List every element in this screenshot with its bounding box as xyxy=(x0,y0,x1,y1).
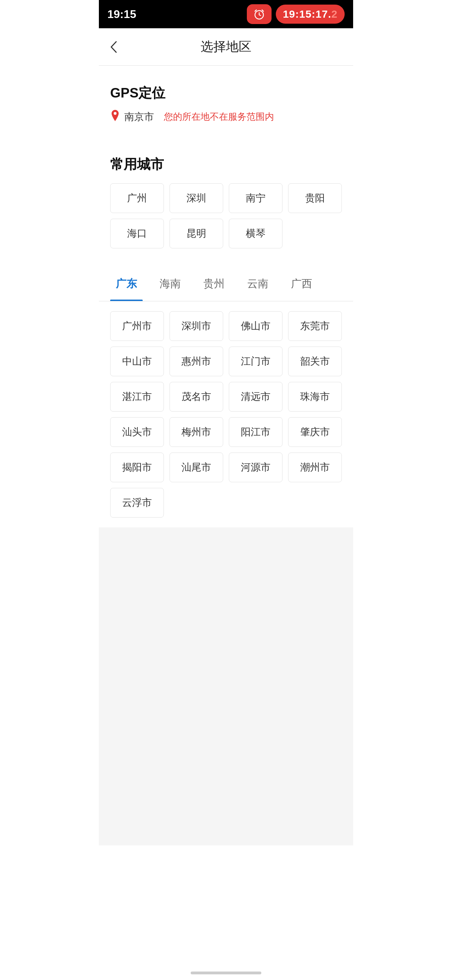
gps-city: 南京市 xyxy=(124,110,154,124)
back-button[interactable] xyxy=(110,41,117,53)
tab-guangdong[interactable]: 广东 xyxy=(105,267,148,301)
common-city-hengqin[interactable]: 横琴 xyxy=(229,219,282,248)
location-pin-icon xyxy=(110,109,120,124)
city-huizhoushi[interactable]: 惠州市 xyxy=(170,347,223,376)
cities-grid: 广州市 深圳市 佛山市 东莞市 中山市 惠州市 江门市 韶关市 湛江市 茂名市 … xyxy=(110,311,342,517)
city-zhaoqingshi[interactable]: 肇庆市 xyxy=(288,417,342,447)
city-dongguanshi[interactable]: 东莞市 xyxy=(288,311,342,341)
gps-location-row: 南京市 您的所在地不在服务范围内 xyxy=(110,109,342,124)
common-cities-section: 常用城市 广州 深圳 南宁 贵阳 海口 昆明 横琴 xyxy=(99,143,353,261)
common-city-nanning[interactable]: 南宁 xyxy=(229,183,282,213)
common-cities-title: 常用城市 xyxy=(110,156,342,173)
city-shaoguanshi[interactable]: 韶关市 xyxy=(288,347,342,376)
city-yunfushi[interactable]: 云浮市 xyxy=(110,488,164,517)
tab-guangxi[interactable]: 广西 xyxy=(280,267,324,301)
home-indicator xyxy=(191,972,261,974)
guangdong-cities-list: 广州市 深圳市 佛山市 东莞市 中山市 惠州市 江门市 韶关市 湛江市 茂名市 … xyxy=(99,301,353,527)
tabs-cities-section: 广东 海南 贵州 云南 广西 广州市 深圳市 佛山市 东莞市 中山市 惠州市 江… xyxy=(99,267,353,527)
page-title: 选择地区 xyxy=(201,38,251,56)
city-jieyangshi[interactable]: 揭阳市 xyxy=(110,453,164,482)
nav-bar: 选择地区 xyxy=(99,28,353,66)
city-jiangmenshi[interactable]: 江门市 xyxy=(229,347,282,376)
tab-guizhou[interactable]: 贵州 xyxy=(192,267,236,301)
city-shanweishi[interactable]: 汕尾市 xyxy=(170,453,223,482)
gps-warning: 您的所在地不在服务范围内 xyxy=(164,111,274,123)
gps-title: GPS定位 xyxy=(110,84,342,102)
city-meizhoushi[interactable]: 梅州市 xyxy=(170,417,223,447)
status-bar: 19:15 19:15:17.2 xyxy=(99,0,353,28)
city-chaozhoushi[interactable]: 潮州市 xyxy=(288,453,342,482)
bottom-area xyxy=(99,527,353,845)
status-time: 19:15 xyxy=(107,8,136,21)
city-shenzhenshi[interactable]: 深圳市 xyxy=(170,311,223,341)
svg-point-1 xyxy=(114,112,117,115)
city-foshanshi[interactable]: 佛山市 xyxy=(229,311,282,341)
city-heyuanshi[interactable]: 河源市 xyxy=(229,453,282,482)
tab-yunnan[interactable]: 云南 xyxy=(236,267,280,301)
common-city-guiyang[interactable]: 贵阳 xyxy=(288,183,342,213)
tabs-bar: 广东 海南 贵州 云南 广西 xyxy=(99,267,353,301)
city-zhongshanshi[interactable]: 中山市 xyxy=(110,347,164,376)
city-qingyuanshi[interactable]: 清远市 xyxy=(229,382,282,412)
city-shantoushi[interactable]: 汕头市 xyxy=(110,417,164,447)
common-city-shenzhen[interactable]: 深圳 xyxy=(170,183,223,213)
tab-hainan[interactable]: 海南 xyxy=(148,267,192,301)
city-maomingshi[interactable]: 茂名市 xyxy=(170,382,223,412)
city-zhanjiangshi[interactable]: 湛江市 xyxy=(110,382,164,412)
gps-section: GPS定位 南京市 您的所在地不在服务范围内 xyxy=(99,72,353,137)
alarm-icon xyxy=(247,4,271,24)
clock-display: 19:15:17.2 xyxy=(276,5,345,24)
common-cities-grid: 广州 深圳 南宁 贵阳 海口 昆明 横琴 xyxy=(110,183,342,248)
common-city-kunming[interactable]: 昆明 xyxy=(170,219,223,248)
status-right: 19:15:17.2 xyxy=(247,4,345,24)
common-city-guangzhou[interactable]: 广州 xyxy=(110,183,164,213)
city-guangzhoushi[interactable]: 广州市 xyxy=(110,311,164,341)
city-zhuhaishi[interactable]: 珠海市 xyxy=(288,382,342,412)
city-yangjiangshi[interactable]: 阳江市 xyxy=(229,417,282,447)
common-city-haikou[interactable]: 海口 xyxy=(110,219,164,248)
